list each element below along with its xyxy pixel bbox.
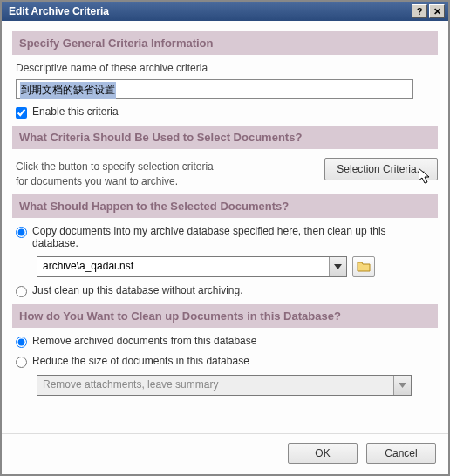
criteria-hint: Click the button to specify selection cr… xyxy=(16,160,312,189)
chevron-down-icon xyxy=(399,383,406,388)
section-criteria-header: What Criteria Should Be Used to Select D… xyxy=(12,126,438,149)
just-clean-option-label: Just clean up this database without arch… xyxy=(32,284,242,296)
dialog-content: Specify General Criteria Information Des… xyxy=(2,21,448,428)
remove-option-radio[interactable] xyxy=(16,337,27,348)
remove-option-row[interactable]: Remove archived documents from this data… xyxy=(16,335,434,348)
dialog-window: Edit Archive Criteria ? ✕ Specify Genera… xyxy=(0,0,450,476)
svg-marker-2 xyxy=(399,383,406,388)
dialog-button-bar: OK Cancel xyxy=(2,433,448,474)
chevron-down-icon xyxy=(334,264,342,269)
copy-option-label: Copy documents into my archive database … xyxy=(32,225,434,249)
enable-criteria-checkbox[interactable] xyxy=(16,107,27,119)
close-button[interactable]: ✕ xyxy=(429,4,445,18)
reduce-option-radio[interactable] xyxy=(16,357,27,368)
name-field-label: Descriptive name of these archive criter… xyxy=(16,62,434,74)
reduce-option-label: Reduce the size of documents in this dat… xyxy=(32,355,249,367)
enable-criteria-label: Enable this criteria xyxy=(32,105,119,118)
section-action-header: What Should Happen to the Selected Docum… xyxy=(12,194,438,218)
copy-option-row[interactable]: Copy documents into my archive database … xyxy=(16,225,434,249)
help-button[interactable]: ? xyxy=(412,4,427,18)
titlebar: Edit Archive Criteria ? ✕ xyxy=(2,2,448,21)
section-general-header: Specify General Criteria Information xyxy=(12,31,438,55)
reduce-option-row[interactable]: Reduce the size of documents in this dat… xyxy=(16,355,434,368)
archive-db-value: archive\a_qadai.nsf xyxy=(38,257,329,276)
browse-folder-button[interactable] xyxy=(352,256,375,277)
svg-marker-1 xyxy=(334,264,342,269)
archive-db-dropdown-arrow[interactable] xyxy=(329,257,346,276)
criteria-hint-line2: for documents you want to archive. xyxy=(16,175,178,187)
reduce-method-dropdown-arrow xyxy=(393,376,411,395)
archive-db-combo[interactable]: archive\a_qadai.nsf xyxy=(37,256,347,277)
copy-option-radio[interactable] xyxy=(16,227,27,238)
selection-criteria-button[interactable]: Selection Criteria... xyxy=(324,158,438,180)
just-clean-option-row[interactable]: Just clean up this database without arch… xyxy=(16,284,434,297)
cancel-button[interactable]: Cancel xyxy=(366,443,436,464)
section-cleanup-header: How do You Want to Clean up Documents in… xyxy=(12,304,438,328)
criteria-name-input[interactable]: 到期文档的缺省设置 xyxy=(16,79,413,99)
ok-button[interactable]: OK xyxy=(288,443,358,464)
criteria-name-value: 到期文档的缺省设置 xyxy=(20,82,116,99)
just-clean-option-radio[interactable] xyxy=(16,286,27,297)
reduce-method-value: Remove attachments, leave summary xyxy=(38,376,393,395)
window-title: Edit Archive Criteria xyxy=(9,5,109,17)
folder-icon xyxy=(357,261,371,272)
enable-criteria-row[interactable]: Enable this criteria xyxy=(16,105,434,119)
reduce-method-combo: Remove attachments, leave summary xyxy=(37,375,412,396)
criteria-hint-line1: Click the button to specify selection cr… xyxy=(16,160,214,173)
remove-option-label: Remove archived documents from this data… xyxy=(32,335,256,347)
